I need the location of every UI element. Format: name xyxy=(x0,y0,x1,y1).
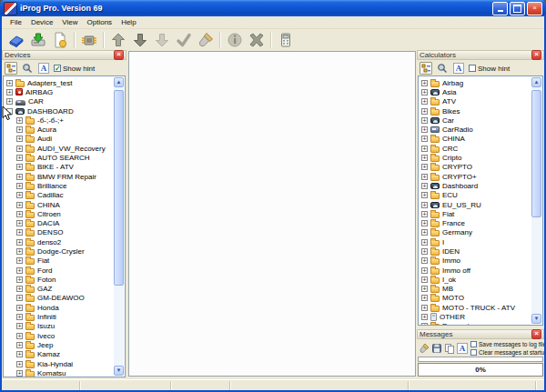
tree-item[interactable]: +EU_US_RU xyxy=(419,200,531,209)
tree-item[interactable]: +Cadillac xyxy=(4,191,114,200)
tree-item[interactable]: +CHINA xyxy=(4,200,114,209)
expander-icon[interactable]: + xyxy=(421,136,428,142)
calculator-icon[interactable] xyxy=(275,30,297,50)
expander-icon[interactable]: + xyxy=(6,80,13,86)
move-up-icon[interactable] xyxy=(107,30,129,50)
expander-icon[interactable]: + xyxy=(16,239,23,246)
tree-item[interactable]: +ECU xyxy=(419,191,531,200)
expander-icon[interactable]: + xyxy=(16,220,23,226)
tree-item[interactable]: +BMW FRM Repair xyxy=(4,172,114,181)
expander-icon[interactable]: + xyxy=(16,248,23,255)
calculators-scrollbar[interactable]: ▲ ▼ xyxy=(531,77,541,324)
tree-item[interactable]: +CRYPTO xyxy=(419,163,531,172)
tree-item[interactable]: +Jeep xyxy=(4,340,114,349)
font-icon[interactable]: A xyxy=(452,62,465,75)
expander-icon[interactable]: + xyxy=(421,211,428,217)
checkbox-unchecked-icon[interactable] xyxy=(470,349,477,356)
tree-item[interactable]: +Kamaz xyxy=(4,350,114,359)
expander-icon[interactable]: + xyxy=(421,305,428,311)
expander-icon[interactable]: + xyxy=(421,192,428,198)
tree-item[interactable]: +Komatsu xyxy=(4,368,114,377)
font-icon[interactable]: A xyxy=(37,62,50,75)
expander-icon[interactable]: + xyxy=(421,164,428,170)
expander-icon[interactable]: + xyxy=(421,267,428,274)
expander-icon[interactable]: + xyxy=(16,126,23,133)
font-icon[interactable]: A xyxy=(456,342,469,355)
tree-item[interactable]: +Infiniti xyxy=(4,312,114,321)
tree-item[interactable]: +Audi xyxy=(4,135,114,144)
tree-item[interactable]: +Car xyxy=(419,116,531,125)
tree-item[interactable]: +CarRadio xyxy=(419,125,531,134)
expander-icon[interactable]: + xyxy=(16,267,23,274)
tree-item[interactable]: +I_ok xyxy=(419,275,531,284)
tree-item[interactable]: +Fiat xyxy=(4,256,114,266)
expander-icon[interactable]: + xyxy=(16,136,23,142)
expander-icon[interactable]: + xyxy=(421,155,428,161)
expander-icon[interactable]: + xyxy=(421,257,428,264)
tree-item[interactable]: +Brilliance xyxy=(4,181,114,190)
tree-item[interactable]: +Adapters_test xyxy=(4,78,114,87)
tree-item[interactable]: +DENSO xyxy=(4,228,114,237)
tree-item[interactable]: +-б-;-б-;+ xyxy=(4,116,114,125)
tree-item[interactable]: +I xyxy=(419,237,531,246)
tree-item[interactable]: +AUDI_VW_Recovery xyxy=(4,144,114,153)
scroll-thumb[interactable] xyxy=(114,90,124,286)
expander-icon[interactable]: + xyxy=(16,183,23,189)
move-down-icon[interactable] xyxy=(129,30,151,50)
tree-item[interactable]: +Germany xyxy=(419,228,531,237)
tree-item[interactable]: +Asia xyxy=(419,87,531,96)
scroll-thumb[interactable] xyxy=(531,90,541,217)
clear-startup-checkbox[interactable]: Clear messages at startup xyxy=(470,349,544,356)
tree-item[interactable]: +Cripto xyxy=(419,153,531,162)
tree-item[interactable]: +Bikes xyxy=(419,106,531,116)
expander-icon[interactable]: + xyxy=(16,155,23,161)
tree-item[interactable]: +OTHER xyxy=(419,312,531,321)
search-icon[interactable] xyxy=(21,62,34,75)
close-icon[interactable]: × xyxy=(114,50,124,60)
tree-item[interactable]: +MOTO - TRUCK - ATV xyxy=(419,303,531,312)
tree-item[interactable]: +IDEN xyxy=(419,246,531,256)
expander-icon[interactable]: + xyxy=(16,174,23,180)
tree-item[interactable]: +CAR xyxy=(4,97,114,106)
expander-icon[interactable]: + xyxy=(16,314,23,320)
open-book-icon[interactable] xyxy=(5,30,27,50)
expander-icon[interactable]: + xyxy=(16,370,23,377)
expander-icon[interactable]: + xyxy=(16,229,23,236)
expander-icon[interactable]: + xyxy=(421,248,428,255)
tree-item[interactable]: +Kia-Hyndai xyxy=(4,359,114,368)
expander-icon[interactable]: + xyxy=(421,183,428,189)
expander-icon[interactable]: + xyxy=(16,342,23,348)
expander-icon[interactable]: + xyxy=(421,126,428,133)
clean-brush-icon[interactable] xyxy=(195,30,217,50)
expander-icon[interactable]: + xyxy=(421,89,428,95)
expander-icon[interactable]: + xyxy=(421,108,428,115)
chip-icon[interactable] xyxy=(78,30,100,50)
clean-brush-icon[interactable] xyxy=(418,342,430,355)
expander-icon[interactable]: + xyxy=(16,333,23,339)
expander-icon[interactable]: + xyxy=(421,295,428,301)
maximize-button[interactable] xyxy=(510,2,525,15)
expander-icon[interactable]: + xyxy=(16,286,23,292)
expander-icon[interactable]: + xyxy=(16,351,23,357)
tree-item[interactable]: +BIKE - ATV xyxy=(4,163,114,172)
tree-item[interactable]: +Honda xyxy=(4,303,114,312)
expander-icon[interactable]: + xyxy=(16,295,23,301)
expander-icon[interactable]: + xyxy=(421,276,428,283)
expander-icon[interactable]: + xyxy=(16,164,23,170)
tree-item[interactable]: +Isuzu xyxy=(4,322,114,331)
expander-icon[interactable]: + xyxy=(16,146,23,152)
tree-item[interactable]: +Peugeot xyxy=(419,322,531,325)
tree-item[interactable]: +ATV xyxy=(419,97,531,106)
tree-item[interactable]: +Dodge-Crysler xyxy=(4,246,114,256)
title-bar[interactable]: iProg Pro. Version 69 × xyxy=(0,0,546,16)
scroll-up-icon[interactable]: ▲ xyxy=(114,77,124,87)
menu-options[interactable]: Options xyxy=(83,17,117,28)
expander-icon[interactable]: + xyxy=(421,314,428,320)
tree-item[interactable]: +MB xyxy=(419,285,531,294)
menu-view[interactable]: View xyxy=(57,17,82,28)
tree-item[interactable]: +Citroen xyxy=(4,209,114,218)
devices-scrollbar[interactable]: ▲ ▼ xyxy=(114,77,124,376)
copy-icon[interactable] xyxy=(443,342,456,355)
menu-help[interactable]: Help xyxy=(116,17,140,28)
tree-item[interactable]: +GAZ xyxy=(4,285,114,294)
